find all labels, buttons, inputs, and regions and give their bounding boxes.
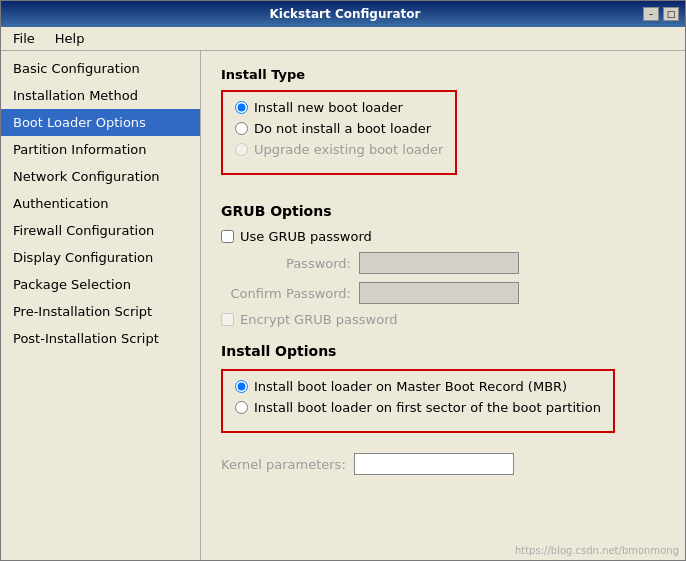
confirm-password-row: Confirm Password: <box>221 282 665 304</box>
install-type-upgrade-text: Upgrade existing boot loader <box>254 142 443 157</box>
main-window: Kickstart Configurator – □ File Help Bas… <box>0 0 686 561</box>
menubar: File Help <box>1 27 685 51</box>
install-type-radio-group: Install new boot loader Do not install a… <box>235 100 443 157</box>
sidebar-item-post-installation-script[interactable]: Post-Installation Script <box>1 325 200 352</box>
minimize-button[interactable]: – <box>643 7 659 21</box>
password-input[interactable] <box>359 252 519 274</box>
install-options-section: Install Options Install boot loader on M… <box>221 343 665 475</box>
kernel-parameters-label: Kernel parameters: <box>221 457 346 472</box>
install-type-upgrade-radio[interactable] <box>235 143 248 156</box>
confirm-password-input[interactable] <box>359 282 519 304</box>
install-type-title: Install Type <box>221 67 665 82</box>
menu-file[interactable]: File <box>5 29 43 48</box>
install-type-new-label[interactable]: Install new boot loader <box>235 100 443 115</box>
sidebar-item-package-selection[interactable]: Package Selection <box>1 271 200 298</box>
confirm-password-label: Confirm Password: <box>221 286 351 301</box>
install-partition-label[interactable]: Install boot loader on first sector of t… <box>235 400 601 415</box>
sidebar-item-authentication[interactable]: Authentication <box>1 190 200 217</box>
install-partition-text: Install boot loader on first sector of t… <box>254 400 601 415</box>
install-mbr-label[interactable]: Install boot loader on Master Boot Recor… <box>235 379 601 394</box>
install-type-no-label[interactable]: Do not install a boot loader <box>235 121 443 136</box>
install-partition-radio[interactable] <box>235 401 248 414</box>
content-area: Basic Configuration Installation Method … <box>1 51 685 560</box>
install-options-title: Install Options <box>221 343 665 359</box>
install-type-no-radio[interactable] <box>235 122 248 135</box>
encrypt-grub-row[interactable]: Encrypt GRUB password <box>221 312 665 327</box>
use-grub-password-label: Use GRUB password <box>240 229 372 244</box>
password-row: Password: <box>221 252 665 274</box>
install-type-new-text: Install new boot loader <box>254 100 403 115</box>
install-options-box: Install boot loader on Master Boot Recor… <box>221 369 615 433</box>
grub-section: GRUB Options Use GRUB password Password:… <box>221 203 665 327</box>
sidebar-item-boot-loader-options[interactable]: Boot Loader Options <box>1 109 200 136</box>
use-grub-password-checkbox[interactable] <box>221 230 234 243</box>
password-label: Password: <box>221 256 351 271</box>
sidebar-item-pre-installation-script[interactable]: Pre-Installation Script <box>1 298 200 325</box>
maximize-button[interactable]: □ <box>663 7 679 21</box>
install-type-no-text: Do not install a boot loader <box>254 121 431 136</box>
install-type-upgrade-label[interactable]: Upgrade existing boot loader <box>235 142 443 157</box>
install-type-box: Install new boot loader Do not install a… <box>221 90 457 175</box>
sidebar-item-network-configuration[interactable]: Network Configuration <box>1 163 200 190</box>
grub-title: GRUB Options <box>221 203 665 219</box>
sidebar-item-partition-information[interactable]: Partition Information <box>1 136 200 163</box>
sidebar: Basic Configuration Installation Method … <box>1 51 201 560</box>
encrypt-grub-label: Encrypt GRUB password <box>240 312 398 327</box>
install-mbr-text: Install boot loader on Master Boot Recor… <box>254 379 567 394</box>
watermark: https://blog.csdn.net/bmonmong <box>515 545 679 556</box>
titlebar: Kickstart Configurator – □ <box>1 1 685 27</box>
kernel-row: Kernel parameters: <box>221 453 665 475</box>
install-type-new-radio[interactable] <box>235 101 248 114</box>
menu-help[interactable]: Help <box>47 29 93 48</box>
sidebar-item-firewall-configuration[interactable]: Firewall Configuration <box>1 217 200 244</box>
sidebar-item-installation-method[interactable]: Installation Method <box>1 82 200 109</box>
kernel-parameters-input[interactable] <box>354 453 514 475</box>
main-content: Install Type Install new boot loader Do … <box>201 51 685 560</box>
sidebar-item-display-configuration[interactable]: Display Configuration <box>1 244 200 271</box>
sidebar-item-basic-configuration[interactable]: Basic Configuration <box>1 55 200 82</box>
window-title: Kickstart Configurator <box>47 7 643 21</box>
use-grub-password-row[interactable]: Use GRUB password <box>221 229 665 244</box>
install-mbr-radio[interactable] <box>235 380 248 393</box>
install-options-radio-group: Install boot loader on Master Boot Recor… <box>235 379 601 415</box>
window-controls: – □ <box>643 7 679 21</box>
encrypt-grub-checkbox[interactable] <box>221 313 234 326</box>
